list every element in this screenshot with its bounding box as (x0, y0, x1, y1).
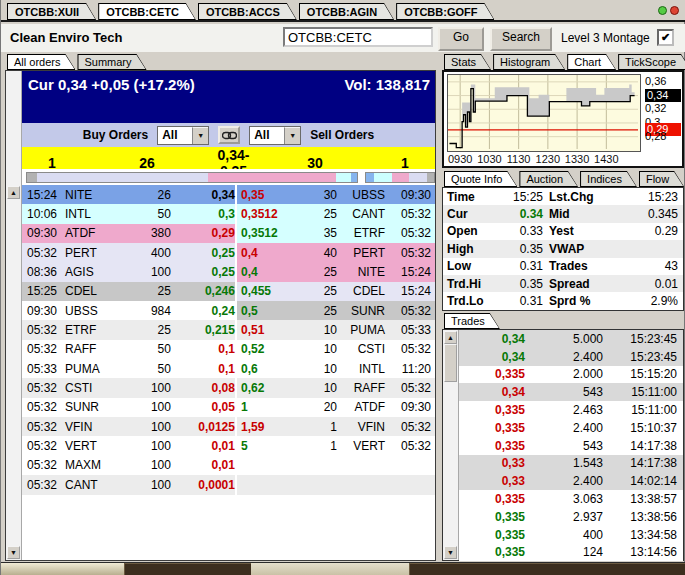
sell-order[interactable]: 0,3530UBSS09:30 (237, 185, 435, 204)
symbol-tab-otcbb-cetc[interactable]: OTCBB:CETC (98, 3, 196, 20)
sell-size: 25 (301, 284, 337, 298)
order-row[interactable]: 05:32ETRF250,2150,5110PUMA05:33 (22, 320, 435, 339)
trade-row[interactable]: 0,332.40014:02:14 (459, 472, 683, 490)
orders-scrollbar[interactable]: ▲ ▼ (6, 71, 22, 560)
buy-order[interactable]: 15:25CDEL250,246 (22, 282, 235, 301)
scrollbar-thumb[interactable] (444, 344, 457, 382)
intraday-chart: 093010301130123013301430 0,360,340,320,3… (442, 70, 684, 168)
buy-order[interactable]: 10:06INTL500,3 (22, 204, 235, 223)
trade-row[interactable]: 0,33554314:17:38 (459, 437, 683, 455)
dropdown-arrow-icon[interactable]: ▼ (192, 127, 208, 144)
quote-tab-indices[interactable]: Indices (580, 171, 637, 187)
trade-row[interactable]: 0,3454315:11:00 (459, 383, 683, 401)
order-row[interactable]: 05:32RAFF500,10,5210CSTI05:32 (22, 340, 435, 359)
order-row[interactable]: 05:32CSTI1000,080,6210RAFF05:32 (22, 378, 435, 397)
dropdown-arrow-icon[interactable]: ▼ (284, 127, 300, 144)
sell-filter-select[interactable]: All ▼ (249, 126, 301, 145)
scroll-down-icon[interactable]: ▼ (7, 546, 20, 559)
buy-order[interactable]: 05:32CSTI1000,08 (22, 378, 235, 397)
order-row[interactable]: 05:33PUMA500,10,610INTL11:20 (22, 359, 435, 378)
trades-tab-trades[interactable]: Trades (444, 313, 500, 329)
analysis-tab-histogram[interactable]: Histogram (493, 54, 565, 70)
scroll-down-icon[interactable]: ▼ (444, 546, 457, 559)
buy-order[interactable]: 05:32RAFF500,1 (22, 340, 235, 359)
buy-order[interactable]: 15:24NITE260,34 (22, 185, 235, 204)
sell-order[interactable]: 0,525SUNR05:32 (237, 301, 435, 320)
order-row[interactable]: 05:32MAXM1000,01 (22, 456, 435, 475)
order-row[interactable]: 05:32VFIN1000,01251,591VFIN05:32 (22, 417, 435, 436)
sell-order[interactable]: 0,5110PUMA05:33 (237, 320, 435, 339)
trade-row[interactable]: 0,331.54314:17:38 (459, 455, 683, 473)
buy-order[interactable]: 05:32MAXM1000,01 (22, 456, 235, 475)
sell-order[interactable]: 0,440PERT05:32 (237, 243, 435, 262)
trade-row[interactable]: 0,33540013:34:58 (459, 526, 683, 544)
buy-order[interactable]: 05:32VERT1000,01 (22, 436, 235, 455)
trades-scrollbar[interactable]: ▲ ▼ (443, 330, 459, 560)
order-row[interactable]: 05:32CANT1000,0001 (22, 475, 435, 494)
taskbar-segment[interactable] (251, 563, 410, 575)
sell-order[interactable]: 0,45525CDEL15:24 (237, 282, 435, 301)
quote-tab-quote-info[interactable]: Quote Info (444, 171, 517, 187)
sell-order[interactable]: 0,425NITE15:24 (237, 262, 435, 281)
level3-montage-checkbox[interactable]: ✔ (657, 29, 674, 46)
go-button[interactable]: Go (438, 27, 484, 51)
buy-order[interactable]: 05:32SUNR1000,05 (22, 398, 235, 417)
symbol-tab-otcbb-accs[interactable]: OTCBB:ACCS (198, 3, 297, 20)
buy-order[interactable]: 05:32VFIN1000,0125 (22, 417, 235, 436)
taskbar-segment[interactable] (125, 563, 252, 575)
scroll-up-icon[interactable]: ▲ (7, 186, 20, 199)
order-row[interactable]: 15:25CDEL250,2460,45525CDEL15:24 (22, 282, 435, 301)
order-row[interactable]: 05:32SUNR1000,05120ATDF09:30 (22, 398, 435, 417)
sell-order[interactable]: 0,610INTL11:20 (237, 359, 435, 378)
buy-order[interactable]: 05:32CANT1000,0001 (22, 475, 235, 494)
taskbar-segment[interactable] (410, 563, 685, 575)
order-row[interactable]: 08:36AGIS1000,250,425NITE15:24 (22, 262, 435, 281)
quote-tab-flow[interactable]: Flow (639, 171, 684, 187)
order-row[interactable]: 10:06INTL500,30,351225CANT05:32 (22, 204, 435, 223)
trade-row[interactable]: 0,3352.40015:10:37 (459, 419, 683, 437)
trade-row[interactable]: 0,3352.93713:38:56 (459, 508, 683, 526)
sell-order[interactable]: 0,351225CANT05:32 (237, 204, 435, 223)
search-button[interactable]: Search (490, 27, 552, 51)
buy-filter-select[interactable]: All ▼ (157, 126, 209, 145)
sell-order[interactable] (237, 456, 435, 475)
order-row[interactable]: 05:32PERT4000,250,440PERT05:32 (22, 243, 435, 262)
sell-order[interactable] (237, 475, 435, 494)
symbol-input[interactable] (283, 27, 433, 47)
sell-mm: ETRF (337, 226, 385, 240)
sell-order[interactable]: 0,5210CSTI05:32 (237, 340, 435, 359)
quote-tab-auction[interactable]: Auction (519, 171, 578, 187)
trade-row[interactable]: 0,33512413:14:56 (459, 544, 683, 562)
orders-tab-all-orders[interactable]: All orders (7, 54, 75, 70)
order-row[interactable]: 09:30UBSS9840,240,525SUNR05:32 (22, 301, 435, 320)
analysis-tab-tickscope[interactable]: TickScope (618, 54, 685, 70)
link-filters-button[interactable] (218, 126, 240, 144)
taskbar-segment[interactable] (1, 563, 125, 575)
symbol-tab-otcbb-goff[interactable]: OTCBB:GOFF (396, 3, 494, 20)
sell-order[interactable]: 51VERT05:32 (237, 436, 435, 455)
trade-row[interactable]: 0,3353.06313:38:57 (459, 490, 683, 508)
buy-order[interactable]: 08:36AGIS1000,25 (22, 262, 235, 281)
trade-row[interactable]: 0,345.00015:23:45 (459, 330, 683, 348)
order-row[interactable]: 09:30ATDF3800,290,351235ETRF05:32 (22, 224, 435, 243)
analysis-tab-stats[interactable]: Stats (444, 54, 491, 70)
sell-order[interactable]: 1,591VFIN05:32 (237, 417, 435, 436)
trade-row[interactable]: 0,3352.46315:11:00 (459, 401, 683, 419)
trade-row[interactable]: 0,342.40015:23:45 (459, 348, 683, 366)
sell-order[interactable]: 120ATDF09:30 (237, 398, 435, 417)
orders-tab-summary[interactable]: Summary (77, 54, 146, 70)
buy-order[interactable]: 05:33PUMA500,1 (22, 359, 235, 378)
symbol-tab-otcbb-xuii[interactable]: OTCBB:XUII (7, 3, 96, 20)
sell-order[interactable]: 0,351235ETRF05:32 (237, 224, 435, 243)
buy-order[interactable]: 09:30UBSS9840,24 (22, 301, 235, 320)
order-row[interactable]: 15:24NITE260,340,3530UBSS09:30 (22, 185, 435, 204)
symbol-tab-otcbb-agin[interactable]: OTCBB:AGIN (299, 3, 394, 20)
buy-order[interactable]: 05:32PERT4000,25 (22, 243, 235, 262)
analysis-tab-chart[interactable]: Chart (567, 54, 616, 70)
order-row[interactable]: 05:32VERT1000,0151VERT05:32 (22, 436, 435, 455)
sell-order[interactable]: 0,6210RAFF05:32 (237, 378, 435, 397)
trade-row[interactable]: 0,3352.00015:15:20 (459, 366, 683, 384)
scroll-up-icon[interactable]: ▲ (444, 331, 457, 344)
buy-order[interactable]: 09:30ATDF3800,29 (22, 224, 235, 243)
buy-order[interactable]: 05:32ETRF250,215 (22, 320, 235, 339)
